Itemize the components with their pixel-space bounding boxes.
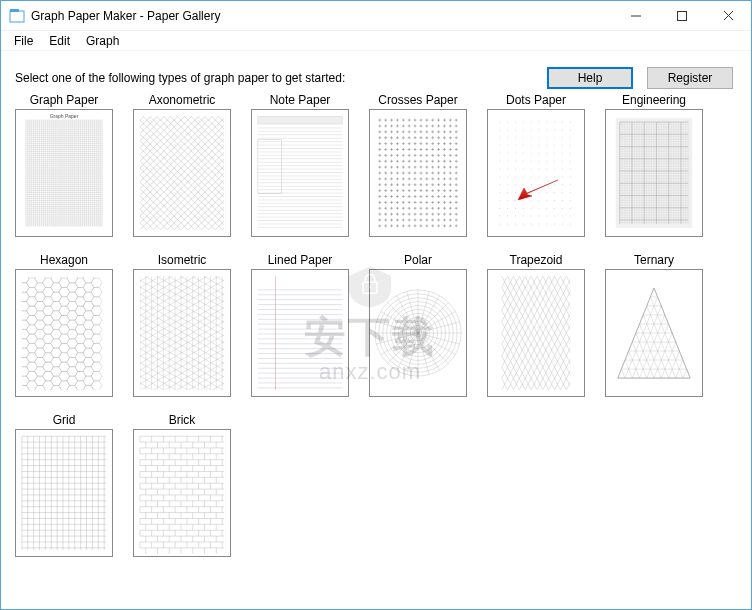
gallery-item-brick: Brick xyxy=(133,413,231,557)
svg-point-283 xyxy=(562,169,563,170)
svg-point-312 xyxy=(554,192,555,193)
gallery-item-axon: Axonometric xyxy=(133,93,231,237)
minimize-button[interactable] xyxy=(613,1,659,30)
svg-point-234 xyxy=(570,129,571,130)
menu-edit[interactable]: Edit xyxy=(42,32,77,50)
svg-line-630 xyxy=(140,270,224,274)
svg-point-320 xyxy=(538,200,539,201)
svg-rect-762 xyxy=(494,276,578,390)
svg-line-631 xyxy=(140,270,224,274)
svg-point-215 xyxy=(499,122,500,123)
gallery-thumb-note[interactable] xyxy=(251,109,349,237)
svg-point-223 xyxy=(562,122,563,123)
register-button[interactable]: Register xyxy=(647,67,733,89)
svg-rect-1 xyxy=(10,9,19,12)
gallery-thumb-engineering[interactable] xyxy=(605,109,703,237)
svg-point-266 xyxy=(507,161,508,162)
svg-point-232 xyxy=(554,129,555,130)
svg-point-274 xyxy=(570,161,571,162)
menu-file[interactable]: File xyxy=(7,32,40,50)
svg-point-314 xyxy=(570,192,571,193)
svg-point-325 xyxy=(499,208,500,209)
svg-point-226 xyxy=(507,129,508,130)
svg-point-347 xyxy=(515,223,516,224)
gallery-label: Engineering xyxy=(622,93,686,107)
svg-point-341 xyxy=(546,216,547,217)
maximize-button[interactable] xyxy=(659,1,705,30)
svg-line-105 xyxy=(134,116,137,234)
svg-point-221 xyxy=(546,122,547,123)
gallery-label: Note Paper xyxy=(270,93,331,107)
svg-point-304 xyxy=(570,184,571,185)
svg-point-280 xyxy=(538,169,539,170)
svg-point-345 xyxy=(499,223,500,224)
help-button[interactable]: Help xyxy=(547,67,633,89)
gallery-thumb-hexagon[interactable] xyxy=(15,269,113,397)
svg-point-225 xyxy=(499,129,500,130)
svg-point-327 xyxy=(515,208,516,209)
svg-point-337 xyxy=(515,216,516,217)
svg-rect-443 xyxy=(22,276,106,390)
svg-line-678 xyxy=(140,390,224,396)
svg-point-243 xyxy=(562,137,563,138)
gallery-thumb-isometric[interactable] xyxy=(133,269,231,397)
svg-point-309 xyxy=(531,192,532,193)
action-buttons: Help Register xyxy=(547,67,733,89)
svg-point-264 xyxy=(570,153,571,154)
gallery-thumb-brick[interactable] xyxy=(133,429,231,557)
svg-point-343 xyxy=(562,216,563,217)
svg-point-263 xyxy=(562,153,563,154)
svg-point-250 xyxy=(538,145,539,146)
svg-point-332 xyxy=(554,208,555,209)
gallery-thumb-dots[interactable] xyxy=(487,109,585,237)
gallery-thumb-crosses[interactable] xyxy=(369,109,467,237)
menu-graph[interactable]: Graph xyxy=(79,32,126,50)
svg-point-235 xyxy=(499,137,500,138)
svg-point-349 xyxy=(531,223,532,224)
svg-point-256 xyxy=(507,153,508,154)
svg-point-340 xyxy=(538,216,539,217)
svg-point-217 xyxy=(515,122,516,123)
svg-rect-884 xyxy=(22,436,106,550)
svg-point-296 xyxy=(507,184,508,185)
svg-point-276 xyxy=(507,169,508,170)
gallery-thumb-axon[interactable] xyxy=(133,109,231,237)
gallery-thumb-polar[interactable] xyxy=(369,269,467,397)
menu-bar: File Edit Graph xyxy=(1,31,751,51)
svg-point-318 xyxy=(523,200,524,201)
svg-point-270 xyxy=(538,161,539,162)
svg-point-262 xyxy=(554,153,555,154)
close-button[interactable] xyxy=(705,1,751,30)
gallery-thumb-grid[interactable] xyxy=(15,429,113,557)
svg-point-329 xyxy=(531,208,532,209)
gallery-item-engineering: Engineering xyxy=(605,93,703,237)
gallery-item-note: Note Paper xyxy=(251,93,349,237)
svg-point-239 xyxy=(531,137,532,138)
thumb-tiny-title: Graph Paper xyxy=(16,113,112,119)
svg-point-353 xyxy=(562,223,563,224)
gallery-thumb-lined[interactable] xyxy=(251,269,349,397)
gallery-thumb-grid-fine[interactable]: Graph Paper xyxy=(15,109,113,237)
svg-point-246 xyxy=(507,145,508,146)
gallery-thumb-trapezoid[interactable] xyxy=(487,269,585,397)
window-controls xyxy=(613,1,751,30)
gallery-label: Trapezoid xyxy=(510,253,563,267)
svg-point-255 xyxy=(499,153,500,154)
gallery-thumb-ternary[interactable] xyxy=(605,269,703,397)
gallery-item-grid: Grid xyxy=(15,413,113,557)
svg-point-352 xyxy=(554,223,555,224)
svg-point-285 xyxy=(499,176,500,177)
svg-point-236 xyxy=(507,137,508,138)
svg-point-300 xyxy=(538,184,539,185)
svg-point-252 xyxy=(554,145,555,146)
svg-point-348 xyxy=(523,223,524,224)
svg-point-220 xyxy=(538,122,539,123)
svg-point-247 xyxy=(515,145,516,146)
top-row: Select one of the following types of gra… xyxy=(15,67,737,89)
svg-point-297 xyxy=(515,184,516,185)
gallery-label: Hexagon xyxy=(40,253,88,267)
svg-point-248 xyxy=(523,145,524,146)
svg-rect-3 xyxy=(678,11,687,20)
window-title: Graph Paper Maker - Paper Gallery xyxy=(31,9,613,23)
gallery-label: Polar xyxy=(404,253,432,267)
